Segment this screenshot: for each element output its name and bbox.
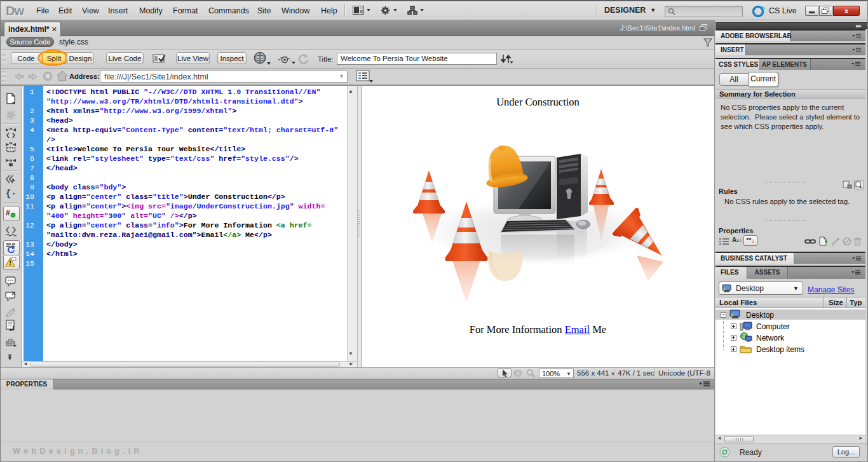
svg-text:#: # [6,208,10,217]
svg-text:{·}: {·} [6,189,17,199]
